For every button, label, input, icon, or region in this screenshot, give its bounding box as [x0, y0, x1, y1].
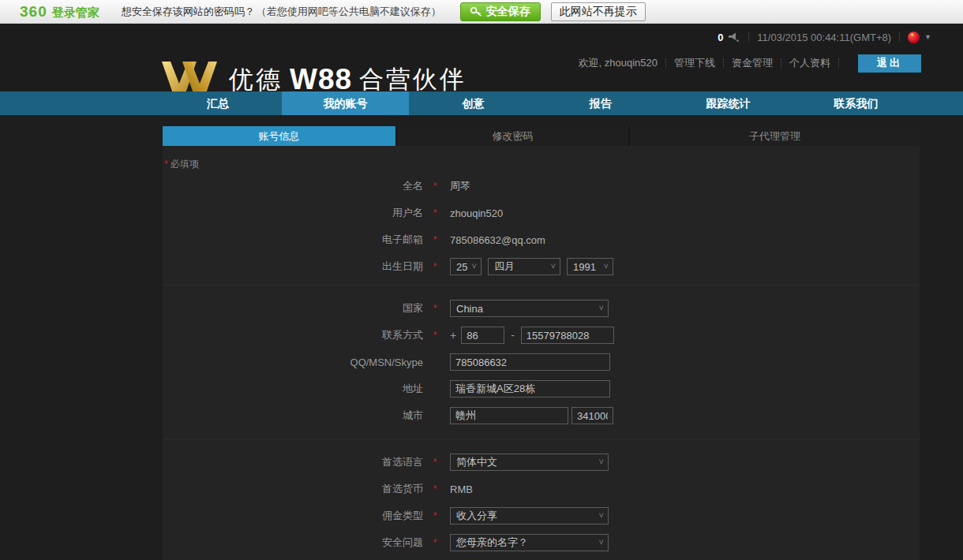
link-personal-profile[interactable]: 个人资料 [789, 56, 830, 70]
chevron-down-icon: ˅ [599, 457, 604, 466]
required-star: * [429, 234, 440, 245]
welcome-text: 欢迎, zhouqin520 [579, 56, 658, 70]
country-select[interactable]: China ˅ [450, 300, 609, 317]
main-nav: 汇总 我的账号 创意 报告 跟踪统计 联系我们 [0, 91, 963, 115]
form-row-email: 电子邮箱 * 785086632@qq.com [163, 226, 920, 253]
phone-plus-sign: + [450, 329, 456, 342]
nav-item-reports[interactable]: 报告 [537, 91, 665, 115]
nav-item-summary[interactable]: 汇总 [154, 91, 282, 115]
divider [748, 32, 749, 42]
birth-day-select[interactable]: 25 ˅ [450, 258, 482, 275]
phone-dash-sign: - [511, 329, 515, 342]
notification-count: 0 [718, 32, 723, 43]
megaphone-icon[interactable] [728, 32, 740, 43]
birth-month-select[interactable]: 四月 ˅ [488, 258, 560, 275]
360-logo: 360 登录管家 [20, 3, 99, 21]
country-code-input[interactable] [461, 327, 504, 344]
required-star: * [429, 537, 440, 548]
city-input[interactable] [450, 407, 568, 424]
form-row-commission: 佣金类型 * 收入分享 ˅ [163, 502, 920, 529]
server-datetime: 11/03/2015 00:44:11(GMT+8) [757, 32, 891, 43]
save-password-button[interactable]: 安全保存 [460, 2, 541, 21]
commission-type-value: 收入分享 [456, 509, 497, 523]
tab-change-password[interactable]: 修改密码 [395, 126, 628, 146]
chevron-down-icon: ˅ [599, 537, 604, 547]
required-fields-note: *必填项 [164, 158, 920, 169]
currency-label: 首选货币 [163, 482, 423, 496]
china-flag-icon[interactable] [908, 32, 920, 43]
fullname-label: 全名 [163, 179, 423, 193]
chevron-down-icon: ˅ [472, 261, 477, 271]
required-star: * [429, 303, 440, 314]
chevron-down-icon: ˅ [551, 261, 556, 271]
account-panel: 账号信息 修改密码 子代理管理 *必填项 全名 * 周琴 用户名 * zhouq… [163, 126, 920, 560]
nav-item-my-account[interactable]: 我的账号 [282, 91, 410, 115]
site-header: 优德 W88 合营伙伴 0 11/03/2015 00:44:11(GMT+8)… [0, 24, 963, 91]
username-label: 用户名 [163, 206, 423, 220]
address-input[interactable] [450, 380, 610, 398]
postal-code-input[interactable] [571, 407, 613, 424]
required-star: * [429, 510, 440, 521]
country-label: 国家 [163, 301, 423, 315]
phone-number-input[interactable] [521, 327, 614, 344]
360-logo-number: 360 [20, 3, 47, 21]
required-star: * [164, 159, 168, 170]
language-select[interactable]: 简体中文 ˅ [450, 454, 609, 471]
birth-year-select[interactable]: 1991 ˅ [567, 258, 613, 275]
birth-day-value: 25 [456, 261, 467, 273]
im-label: QQ/MSN/Skype [163, 357, 423, 368]
commission-label: 佣金类型 [163, 509, 423, 523]
required-star: * [429, 457, 440, 468]
header-status-row: 0 11/03/2015 00:44:11(GMT+8) ▼ [718, 30, 931, 44]
divider [665, 58, 666, 68]
security-question-select[interactable]: 您母亲的名字？ ˅ [450, 534, 609, 551]
email-label: 电子邮箱 [163, 233, 423, 247]
link-manage-downline[interactable]: 管理下线 [674, 56, 715, 70]
commission-type-select[interactable]: 收入分享 ˅ [450, 507, 609, 525]
form-row-contact: 联系方式 * + - [163, 322, 920, 349]
fullname-value: 周琴 [450, 179, 470, 193]
divider [781, 58, 781, 68]
required-note-text: 必填项 [170, 159, 199, 170]
birth-year-value: 1991 [573, 261, 596, 273]
city-label: 城市 [163, 409, 423, 423]
dismiss-site-button[interactable]: 此网站不再提示 [551, 2, 646, 21]
form-row-fullname: 全名 * 周琴 [163, 173, 920, 200]
key-icon [470, 6, 482, 17]
caret-down-icon[interactable]: ▼ [924, 33, 931, 41]
form-row-security-question: 安全问题 * 您母亲的名字？ ˅ [163, 529, 920, 556]
form-row-username: 用户名 * zhouqin520 [163, 200, 920, 226]
divider [899, 32, 900, 42]
language-value: 简体中文 [456, 455, 497, 469]
security-question-label: 安全问题 [163, 536, 423, 550]
country-value: China [456, 303, 483, 315]
logout-button[interactable]: 退出 [858, 54, 921, 73]
form-row-country: 国家 * China ˅ [163, 295, 920, 322]
form-section-preferences: 首选语言 * 简体中文 ˅ 首选货币 * RMB 佣金类型 * 收入分享 ˅ [163, 439, 920, 556]
required-star: * [429, 483, 440, 495]
tab-subagent-management[interactable]: 子代理管理 [628, 126, 920, 146]
form-section-contact: 国家 * China ˅ 联系方式 * + - QQ/MSN/Skype [163, 285, 920, 439]
form-row-currency: 首选货币 * RMB [163, 476, 920, 502]
form-row-birthdate: 出生日期 * 25 ˅ 四月 ˅ 1991 ˅ [163, 253, 920, 280]
security-question-value: 您母亲的名字？ [456, 536, 528, 550]
contact-label: 联系方式 [163, 328, 423, 342]
tab-account-info[interactable]: 账号信息 [163, 126, 395, 146]
link-funds-management[interactable]: 资金管理 [732, 56, 773, 70]
address-label: 地址 [163, 382, 423, 396]
im-input[interactable] [450, 353, 610, 371]
form-row-im: QQ/MSN/Skype [163, 349, 920, 375]
required-star: * [429, 207, 440, 218]
nav-item-tracking[interactable]: 跟踪统计 [665, 91, 793, 115]
account-tabs: 账号信息 修改密码 子代理管理 [163, 126, 920, 146]
required-star: * [429, 261, 440, 272]
save-password-note: （若您使用网吧等公共电脑不建议保存） [257, 5, 441, 19]
divider [838, 58, 839, 68]
username-value: zhouqin520 [450, 207, 503, 219]
required-star: * [429, 330, 440, 341]
language-label: 首选语言 [163, 455, 423, 469]
nav-item-creatives[interactable]: 创意 [409, 91, 537, 115]
nav-item-contact-us[interactable]: 联系我们 [792, 91, 920, 115]
password-manager-bar: 360 登录管家 想安全保存该网站的密码吗？ （若您使用网吧等公共电脑不建议保存… [0, 0, 963, 24]
360-logo-text: 登录管家 [52, 6, 99, 21]
